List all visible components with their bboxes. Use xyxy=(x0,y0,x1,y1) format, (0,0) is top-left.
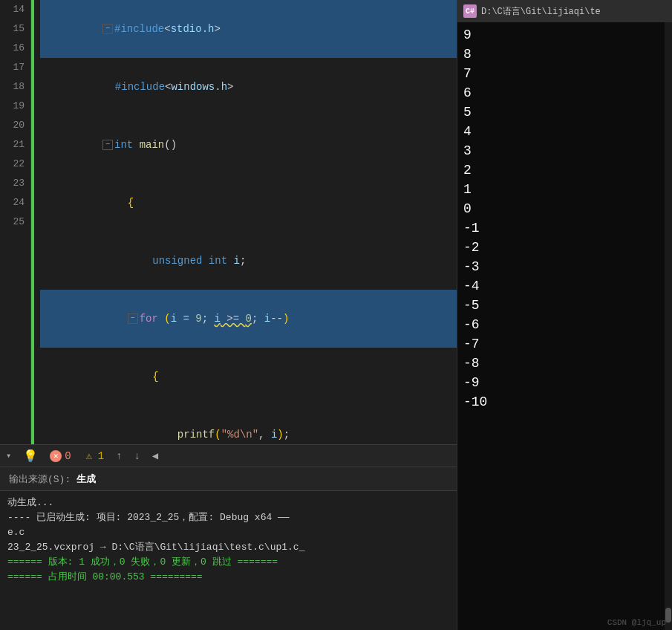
terminal-val-neg3: -3 xyxy=(463,257,659,276)
line-num-23: 23 xyxy=(0,174,25,193)
fn-main: main xyxy=(140,139,165,151)
keyword-int-16: int xyxy=(114,139,133,151)
keyword-include-14: #include xyxy=(114,23,164,35)
terminal-val-1: 1 xyxy=(463,180,659,199)
terminal-val-neg8: -8 xyxy=(463,354,659,373)
output-source[interactable]: 生成 xyxy=(76,472,96,486)
code-line-15: #include<windows.h> xyxy=(40,58,457,116)
code-line-14: −#include<stdio.h> xyxy=(40,0,457,58)
code-line-21: printf("%d\n", i); xyxy=(40,406,457,444)
terminal-val-9: 9 xyxy=(463,25,659,45)
line-num-16: 16 xyxy=(0,39,25,58)
terminal-val-neg5: -5 xyxy=(463,296,659,315)
code-editor: 14 15 16 17 18 19 20 21 22 23 24 25 −#in… xyxy=(0,0,457,630)
fold-icon-16[interactable]: − xyxy=(102,140,113,150)
terminal-val-neg7: -7 xyxy=(463,334,659,354)
line-num-18: 18 xyxy=(0,77,25,97)
dropdown-arrow[interactable]: ▾ xyxy=(6,450,11,461)
output-line-3: e.c xyxy=(7,525,449,540)
line-num-19: 19 xyxy=(0,97,25,116)
up-arrow-button[interactable]: ↑ xyxy=(116,450,122,462)
line-num-15: 15 xyxy=(0,19,25,39)
code-line-18: unsigned int i; xyxy=(40,232,457,290)
terminal-val-3: 3 xyxy=(463,141,659,160)
line-num-24: 24 xyxy=(0,193,25,212)
line-numbers: 14 15 16 17 18 19 20 21 22 23 24 25 xyxy=(0,0,31,444)
code-content: 14 15 16 17 18 19 20 21 22 23 24 25 −#in… xyxy=(0,0,457,444)
terminal-val-5: 5 xyxy=(463,103,659,122)
lightbulb-icon[interactable]: 💡 xyxy=(23,449,38,464)
down-arrow-button[interactable]: ↓ xyxy=(134,450,140,462)
output-panel: 输出来源(S): 生成 动生成... ---- 已启动生成: 项目: 2023_… xyxy=(0,467,457,630)
watermark: CSDN @ljq_up xyxy=(607,618,666,627)
main-area: 14 15 16 17 18 19 20 21 22 23 24 25 −#in… xyxy=(0,0,672,630)
fold-icon-14[interactable]: − xyxy=(102,24,113,34)
terminal-content: 9 8 7 6 5 4 3 2 1 0 -1 -2 -3 -4 -5 -6 -7… xyxy=(457,22,672,630)
terminal-title: D:\C语言\Git\lijiaqi\te xyxy=(481,5,601,18)
error-icon: ✕ xyxy=(50,450,62,462)
terminal-val-neg4: -4 xyxy=(463,276,659,296)
output-line-1: 动生成... xyxy=(7,496,449,510)
scrollbar-thumb[interactable] xyxy=(665,608,671,623)
fn-printf: printf xyxy=(177,429,215,441)
terminal-icon: C# xyxy=(463,4,477,18)
terminal-val-8: 8 xyxy=(463,45,659,64)
terminal-val-neg1: -1 xyxy=(463,218,659,238)
line-num-14: 14 xyxy=(0,0,25,19)
output-line-5: ====== 版本: 1 成功，0 失败，0 更新，0 跳过 ======= xyxy=(7,555,449,570)
warning-badge[interactable]: ⚠ 1 xyxy=(83,450,104,462)
keyword-for: for xyxy=(140,313,158,325)
terminal-val-7: 7 xyxy=(463,64,659,83)
left-arrow-button[interactable]: ◀ xyxy=(152,449,158,462)
terminal-val-4: 4 xyxy=(463,122,659,141)
terminal-val-neg9: -9 xyxy=(463,373,659,392)
line-num-20: 20 xyxy=(0,116,25,135)
code-line-16: −int main() xyxy=(40,116,457,174)
terminal-val-neg10: -10 xyxy=(463,392,659,412)
output-line-4: 23_2_25.vcxproj → D:\C语言\Git\lijiaqi\tes… xyxy=(7,540,449,555)
fold-icon-19[interactable]: − xyxy=(128,314,138,324)
line-num-22: 22 xyxy=(0,155,25,174)
terminal-val-neg2: -2 xyxy=(463,238,659,257)
line-num-17: 17 xyxy=(0,58,25,77)
code-line-20: { xyxy=(40,348,457,406)
error-count: 0 xyxy=(65,450,71,462)
terminal-val-0: 0 xyxy=(463,199,659,218)
var-i: i xyxy=(233,255,239,267)
terminal-values: 9 8 7 6 5 4 3 2 1 0 -1 -2 -3 -4 -5 -6 -7… xyxy=(457,22,665,630)
output-content[interactable]: 动生成... ---- 已启动生成: 项目: 2023_2_25，配置: Deb… xyxy=(0,491,457,630)
warning-count: 1 xyxy=(98,450,104,462)
terminal-scrollbar[interactable] xyxy=(665,22,672,630)
terminal-val-2: 2 xyxy=(463,160,659,180)
terminal-val-neg6: -6 xyxy=(463,315,659,334)
error-badge[interactable]: ✕ 0 xyxy=(50,450,71,462)
line-num-21: 21 xyxy=(0,135,25,155)
code-line-17: { xyxy=(40,174,457,232)
status-bar: ▾ 💡 ✕ 0 ⚠ 1 ↑ ↓ ◀ xyxy=(0,444,457,467)
line-num-25: 25 xyxy=(0,212,25,232)
output-line-6: ====== 占用时间 00:00.553 ========= xyxy=(7,570,449,585)
code-lines: −#include<stdio.h> #include<windows.h> −… xyxy=(34,0,457,444)
terminal-val-6: 6 xyxy=(463,83,659,103)
warning-icon: ⚠ xyxy=(83,450,95,462)
keyword-include-15: #include xyxy=(115,81,165,93)
terminal-header: C# D:\C语言\Git\lijiaqi\te xyxy=(457,0,672,22)
terminal-panel: C# D:\C语言\Git\lijiaqi\te 9 8 7 6 5 4 3 2… xyxy=(457,0,672,630)
output-header: 输出来源(S): 生成 xyxy=(0,467,457,491)
code-line-19: −for (i = 9; i >= 0; i--) xyxy=(40,290,457,348)
keyword-unsigned: unsigned xyxy=(152,255,202,267)
output-label: 输出来源(S): xyxy=(9,472,71,486)
str-format: "%d\n" xyxy=(221,429,258,441)
keyword-int-18: int xyxy=(209,255,227,267)
output-line-2: ---- 已启动生成: 项目: 2023_2_25，配置: Debug x64 … xyxy=(7,510,449,525)
